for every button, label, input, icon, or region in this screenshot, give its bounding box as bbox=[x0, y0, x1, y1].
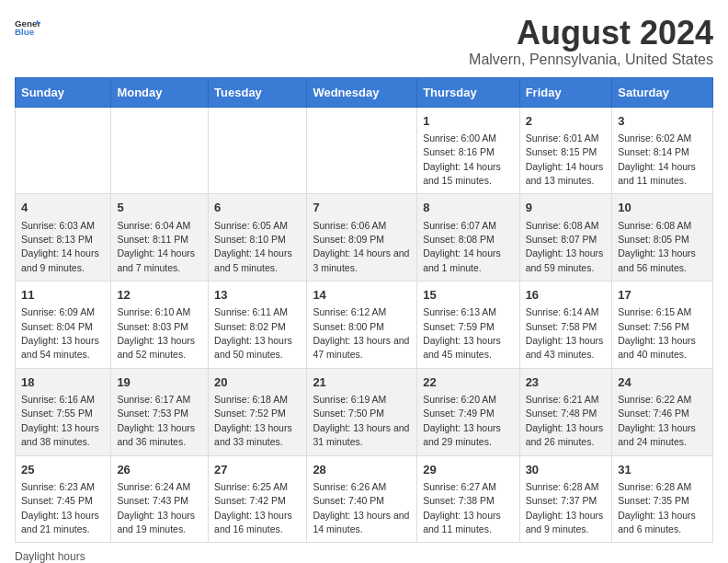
day-sunrise: Sunrise: 6:23 AM bbox=[21, 481, 95, 492]
day-sunset: Sunset: 8:16 PM bbox=[423, 146, 495, 157]
calendar-cell: 14 Sunrise: 6:12 AM Sunset: 8:00 PM Dayl… bbox=[307, 282, 417, 369]
day-number: 20 bbox=[214, 374, 301, 391]
calendar-cell bbox=[111, 107, 209, 194]
day-sunset: Sunset: 8:03 PM bbox=[117, 321, 188, 332]
day-number: 24 bbox=[618, 374, 707, 391]
day-sunrise: Sunrise: 6:10 AM bbox=[117, 306, 190, 317]
calendar-cell: 25 Sunrise: 6:23 AM Sunset: 7:45 PM Dayl… bbox=[16, 455, 111, 543]
week-row-4: 18 Sunrise: 6:16 AM Sunset: 7:55 PM Dayl… bbox=[16, 368, 713, 455]
calendar-cell: 27 Sunrise: 6:25 AM Sunset: 7:42 PM Dayl… bbox=[209, 455, 307, 543]
day-daylight: Daylight: 13 hours and 56 minutes. bbox=[618, 247, 696, 272]
day-sunrise: Sunrise: 6:12 AM bbox=[313, 306, 386, 317]
day-sunset: Sunset: 7:40 PM bbox=[313, 495, 384, 506]
calendar-body: 1 Sunrise: 6:00 AM Sunset: 8:16 PM Dayli… bbox=[16, 107, 713, 543]
day-daylight: Daylight: 13 hours and 43 minutes. bbox=[526, 335, 604, 360]
calendar-cell: 28 Sunrise: 6:26 AM Sunset: 7:40 PM Dayl… bbox=[307, 455, 417, 543]
week-row-3: 11 Sunrise: 6:09 AM Sunset: 8:04 PM Dayl… bbox=[16, 282, 713, 369]
calendar-cell: 31 Sunrise: 6:28 AM Sunset: 7:35 PM Dayl… bbox=[612, 455, 713, 543]
day-daylight: Daylight: 13 hours and 54 minutes. bbox=[21, 335, 99, 360]
day-number: 27 bbox=[214, 462, 301, 478]
day-sunset: Sunset: 7:43 PM bbox=[117, 495, 188, 506]
week-row-5: 25 Sunrise: 6:23 AM Sunset: 7:45 PM Dayl… bbox=[16, 455, 713, 543]
day-sunrise: Sunrise: 6:28 AM bbox=[526, 481, 599, 492]
day-daylight: Daylight: 13 hours and 14 minutes. bbox=[313, 510, 409, 534]
calendar-cell: 26 Sunrise: 6:24 AM Sunset: 7:43 PM Dayl… bbox=[111, 455, 209, 543]
day-daylight: Daylight: 14 hours and 15 minutes. bbox=[423, 161, 501, 186]
day-number: 26 bbox=[117, 462, 202, 478]
day-sunrise: Sunrise: 6:24 AM bbox=[117, 481, 190, 492]
day-sunset: Sunset: 7:49 PM bbox=[423, 408, 495, 419]
day-daylight: Daylight: 14 hours and 1 minute. bbox=[423, 247, 501, 272]
header-row: Sunday Monday Tuesday Wednesday Thursday… bbox=[16, 77, 713, 107]
day-sunrise: Sunrise: 6:18 AM bbox=[214, 394, 288, 405]
col-friday: Friday bbox=[519, 77, 612, 107]
day-sunrise: Sunrise: 6:04 AM bbox=[117, 220, 190, 231]
logo: General Blue bbox=[15, 15, 40, 40]
title-section: August 2024 Malvern, Pennsylvania, Unite… bbox=[469, 15, 713, 68]
day-sunset: Sunset: 7:53 PM bbox=[117, 408, 188, 419]
calendar-cell: 8 Sunrise: 6:07 AM Sunset: 8:08 PM Dayli… bbox=[417, 194, 519, 282]
calendar-cell: 1 Sunrise: 6:00 AM Sunset: 8:16 PM Dayli… bbox=[417, 107, 519, 194]
footer-note: Daylight hours bbox=[15, 550, 713, 563]
day-sunrise: Sunrise: 6:17 AM bbox=[117, 394, 190, 405]
day-daylight: Daylight: 13 hours and 9 minutes. bbox=[526, 510, 604, 534]
day-daylight: Daylight: 14 hours and 5 minutes. bbox=[214, 247, 292, 272]
day-sunset: Sunset: 8:13 PM bbox=[21, 234, 93, 245]
day-sunrise: Sunrise: 6:19 AM bbox=[313, 394, 386, 405]
day-sunset: Sunset: 8:11 PM bbox=[117, 234, 188, 245]
day-sunrise: Sunrise: 6:01 AM bbox=[526, 132, 599, 144]
day-number: 19 bbox=[117, 374, 202, 391]
header-section: General Blue August 2024 Malvern, Pennsy… bbox=[15, 15, 713, 68]
day-sunrise: Sunrise: 6:16 AM bbox=[21, 394, 95, 405]
calendar-cell: 24 Sunrise: 6:22 AM Sunset: 7:46 PM Dayl… bbox=[612, 368, 713, 455]
day-daylight: Daylight: 13 hours and 19 minutes. bbox=[117, 510, 195, 534]
day-sunrise: Sunrise: 6:25 AM bbox=[214, 481, 288, 492]
calendar-cell: 17 Sunrise: 6:15 AM Sunset: 7:56 PM Dayl… bbox=[612, 282, 713, 369]
day-sunrise: Sunrise: 6:22 AM bbox=[618, 394, 691, 405]
day-sunrise: Sunrise: 6:26 AM bbox=[313, 481, 386, 492]
day-daylight: Daylight: 13 hours and 24 minutes. bbox=[618, 422, 696, 447]
calendar-table: Sunday Monday Tuesday Wednesday Thursday… bbox=[15, 77, 713, 544]
calendar-cell: 9 Sunrise: 6:08 AM Sunset: 8:07 PM Dayli… bbox=[519, 194, 612, 282]
col-monday: Monday bbox=[111, 77, 209, 107]
day-sunset: Sunset: 7:58 PM bbox=[526, 321, 597, 332]
day-number: 7 bbox=[313, 200, 411, 216]
day-daylight: Daylight: 13 hours and 31 minutes. bbox=[313, 422, 409, 447]
col-sunday: Sunday bbox=[16, 77, 111, 107]
day-sunset: Sunset: 7:45 PM bbox=[21, 495, 93, 506]
day-sunset: Sunset: 7:37 PM bbox=[526, 495, 597, 506]
day-sunset: Sunset: 7:35 PM bbox=[618, 495, 689, 506]
calendar-cell: 30 Sunrise: 6:28 AM Sunset: 7:37 PM Dayl… bbox=[519, 455, 612, 543]
day-sunset: Sunset: 7:59 PM bbox=[423, 321, 495, 332]
day-daylight: Daylight: 13 hours and 47 minutes. bbox=[313, 335, 409, 360]
day-daylight: Daylight: 14 hours and 9 minutes. bbox=[21, 247, 99, 272]
day-sunrise: Sunrise: 6:09 AM bbox=[21, 306, 95, 317]
day-daylight: Daylight: 14 hours and 3 minutes. bbox=[313, 247, 409, 272]
day-number: 17 bbox=[618, 287, 707, 304]
day-number: 1 bbox=[423, 113, 513, 130]
day-sunset: Sunset: 7:48 PM bbox=[526, 408, 597, 419]
day-sunset: Sunset: 7:50 PM bbox=[313, 408, 384, 419]
day-sunrise: Sunrise: 6:21 AM bbox=[526, 394, 599, 405]
day-number: 8 bbox=[423, 200, 513, 216]
day-number: 11 bbox=[21, 287, 105, 304]
day-daylight: Daylight: 14 hours and 11 minutes. bbox=[618, 161, 696, 186]
day-sunrise: Sunrise: 6:27 AM bbox=[423, 481, 496, 492]
day-number: 21 bbox=[313, 374, 411, 391]
day-sunrise: Sunrise: 6:03 AM bbox=[21, 220, 95, 231]
day-sunset: Sunset: 8:04 PM bbox=[21, 321, 93, 332]
calendar-cell: 21 Sunrise: 6:19 AM Sunset: 7:50 PM Dayl… bbox=[307, 368, 417, 455]
day-number: 14 bbox=[313, 287, 411, 304]
day-sunrise: Sunrise: 6:14 AM bbox=[526, 306, 599, 317]
day-sunset: Sunset: 7:55 PM bbox=[21, 408, 93, 419]
day-sunset: Sunset: 7:56 PM bbox=[618, 321, 689, 332]
day-sunrise: Sunrise: 6:06 AM bbox=[313, 220, 386, 231]
day-sunrise: Sunrise: 6:02 AM bbox=[618, 132, 691, 144]
calendar-cell bbox=[16, 107, 111, 194]
day-daylight: Daylight: 13 hours and 6 minutes. bbox=[618, 510, 696, 534]
day-sunrise: Sunrise: 6:15 AM bbox=[618, 306, 691, 317]
day-sunrise: Sunrise: 6:20 AM bbox=[423, 394, 496, 405]
day-daylight: Daylight: 13 hours and 38 minutes. bbox=[21, 422, 99, 447]
day-daylight: Daylight: 13 hours and 26 minutes. bbox=[526, 422, 604, 447]
day-sunrise: Sunrise: 6:08 AM bbox=[618, 220, 691, 231]
